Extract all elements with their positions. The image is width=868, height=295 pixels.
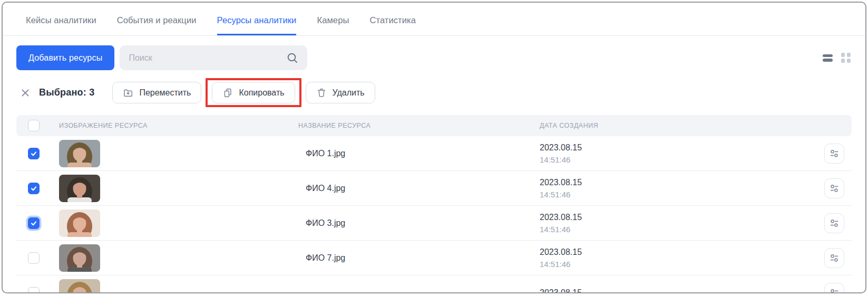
date-value: 2023.08.15 bbox=[540, 141, 820, 154]
app-window: Кейсы аналитикиСобытия и реакцииРесурсы … bbox=[2, 2, 866, 293]
time-value: 14:51:46 bbox=[540, 188, 820, 201]
move-button-label: Переместить bbox=[139, 88, 191, 98]
tab-1[interactable]: События и реакции bbox=[117, 15, 197, 35]
sliders-icon bbox=[829, 218, 840, 229]
creation-date: 2023.08.15 14:51:46 bbox=[529, 176, 820, 201]
date-value: 2023.08.15 bbox=[540, 211, 820, 223]
column-header-image: ИЗОБРАЖЕНИЕ РЕСУРСА bbox=[45, 122, 288, 129]
row-settings-button[interactable] bbox=[824, 178, 844, 198]
table-row[interactable]: ФИО 7.jpg 2023.08.15 14:51:46 bbox=[16, 241, 852, 275]
creation-date: 2023.08.15 14:51:46 bbox=[529, 141, 820, 166]
copy-button[interactable]: Копировать bbox=[212, 82, 295, 103]
time-value: 14:51:46 bbox=[540, 258, 820, 270]
time-value: 14:51:46 bbox=[540, 223, 820, 235]
table-row[interactable]: ФИО 3.jpg 2023.08.15 14:51:46 bbox=[16, 206, 852, 241]
close-icon[interactable] bbox=[21, 88, 30, 98]
row-checkbox[interactable] bbox=[28, 148, 40, 159]
sliders-icon bbox=[829, 148, 840, 159]
resource-name: ФИО 3.jpg bbox=[288, 218, 529, 228]
table-row[interactable]: ФИО 1.jpg 2023.08.15 14:51:46 bbox=[16, 136, 852, 171]
creation-date: 2023.08.15 bbox=[529, 287, 820, 293]
table-row[interactable]: 2023.08.15 bbox=[16, 275, 852, 293]
table-header: ИЗОБРАЖЕНИЕ РЕСУРСА НАЗВАНИЕ РЕСУРСА ДАТ… bbox=[16, 115, 852, 136]
row-checkbox[interactable] bbox=[28, 287, 40, 294]
sliders-icon bbox=[829, 253, 840, 263]
selection-actions: Переместить Копировать bbox=[112, 78, 375, 107]
resource-thumbnail[interactable] bbox=[59, 210, 100, 237]
move-button[interactable]: Переместить bbox=[112, 82, 201, 103]
screenshot-stage: Кейсы аналитикиСобытия и реакцииРесурсы … bbox=[0, 0, 868, 295]
copy-icon bbox=[222, 88, 233, 98]
add-resources-button[interactable]: Добавить ресурсы bbox=[16, 45, 114, 70]
resource-name: ФИО 4.jpg bbox=[288, 184, 529, 193]
delete-button[interactable]: Удалить bbox=[306, 82, 375, 103]
resource-name: ФИО 7.jpg bbox=[288, 253, 529, 263]
date-value: 2023.08.15 bbox=[540, 246, 820, 258]
resources-table: ИЗОБРАЖЕНИЕ РЕСУРСА НАЗВАНИЕ РЕСУРСА ДАТ… bbox=[16, 115, 852, 293]
resource-thumbnail[interactable] bbox=[59, 140, 100, 167]
tab-3[interactable]: Камеры bbox=[317, 15, 349, 35]
row-settings-button[interactable] bbox=[824, 144, 844, 164]
sliders-icon bbox=[829, 288, 840, 294]
copy-button-label: Копировать bbox=[239, 88, 284, 98]
search-icon bbox=[287, 52, 298, 64]
select-all-checkbox[interactable] bbox=[28, 120, 40, 131]
red-annotation-box: Копировать bbox=[206, 78, 301, 107]
selection-bar: Выбрано: 3 Переместить bbox=[16, 77, 852, 109]
list-view-icon[interactable] bbox=[823, 54, 833, 62]
column-header-name: НАЗВАНИЕ РЕСУРСА bbox=[288, 122, 529, 129]
tab-bar: Кейсы аналитикиСобытия и реакцииРесурсы … bbox=[3, 3, 865, 36]
row-settings-button[interactable] bbox=[824, 248, 844, 268]
tab-4[interactable]: Статистика bbox=[369, 15, 416, 35]
creation-date: 2023.08.15 14:51:46 bbox=[529, 246, 820, 270]
toolbar: Добавить ресурсы bbox=[16, 45, 852, 70]
row-checkbox[interactable] bbox=[28, 183, 40, 194]
resource-name: ФИО 1.jpg bbox=[288, 149, 529, 158]
tab-2-active[interactable]: Ресурсы аналитики bbox=[217, 15, 297, 35]
delete-button-label: Удалить bbox=[333, 88, 365, 98]
table-body: ФИО 1.jpg 2023.08.15 14:51:46 bbox=[16, 136, 852, 293]
column-header-date: ДАТА СОЗДАНИЯ bbox=[529, 122, 820, 129]
row-checkbox[interactable] bbox=[28, 252, 40, 264]
time-value: 14:51:46 bbox=[540, 154, 820, 166]
resource-thumbnail[interactable] bbox=[59, 279, 100, 294]
row-settings-button[interactable] bbox=[824, 213, 844, 233]
date-value: 2023.08.15 bbox=[540, 287, 820, 293]
row-checkbox[interactable] bbox=[28, 217, 40, 229]
tab-0[interactable]: Кейсы аналитики bbox=[26, 15, 96, 35]
search-box[interactable] bbox=[120, 45, 307, 70]
creation-date: 2023.08.15 14:51:46 bbox=[529, 211, 820, 235]
view-toggles bbox=[823, 53, 852, 63]
resource-thumbnail[interactable] bbox=[59, 244, 100, 272]
search-input[interactable] bbox=[129, 53, 287, 63]
grid-view-icon[interactable] bbox=[841, 53, 851, 63]
row-settings-button[interactable] bbox=[824, 283, 844, 294]
folder-move-icon bbox=[123, 88, 133, 98]
table-row[interactable]: ФИО 4.jpg 2023.08.15 14:51:46 bbox=[16, 171, 852, 206]
selected-count-label: Выбрано: 3 bbox=[39, 87, 94, 98]
resource-thumbnail[interactable] bbox=[59, 175, 100, 202]
trash-icon bbox=[316, 88, 327, 98]
sliders-icon bbox=[829, 183, 840, 194]
date-value: 2023.08.15 bbox=[540, 176, 820, 188]
